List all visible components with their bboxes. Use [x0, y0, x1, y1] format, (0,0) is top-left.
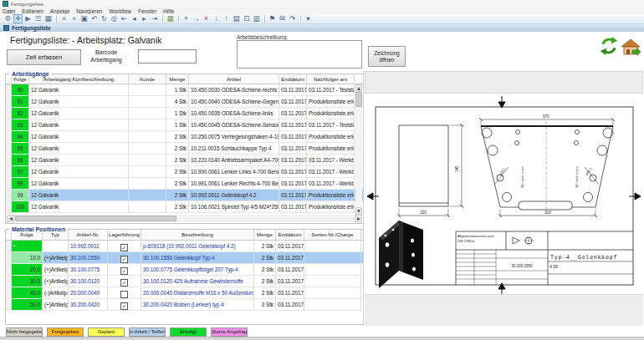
table-row[interactable]: 9112 Galvanik4 Stk10.450.0040 ODESA-Schi… — [6, 96, 363, 108]
first-record-icon[interactable]: « — [59, 14, 69, 23]
table-row[interactable]: 9812 Galvanik2 Stk10.991.0061 Lenker Rec… — [6, 178, 363, 190]
table-row[interactable]: ▪10.992.0011✓p-609118 (10.992.0011 Gelen… — [6, 241, 363, 252]
legend-status-3[interactable]: Geplant — [88, 327, 125, 337]
lagerfuehrung-checkbox[interactable]: ✓ — [120, 267, 128, 275]
last-record-icon[interactable]: » — [69, 14, 79, 23]
column-header[interactable]: Enddatum — [276, 230, 304, 240]
legend-status-5[interactable]: Erledigt — [170, 327, 207, 337]
report-icon[interactable]: ▥ — [252, 14, 261, 23]
menu-item-editieren[interactable]: Editieren — [22, 8, 43, 14]
scroll-right-button[interactable] — [355, 215, 362, 222]
legend-status-2[interactable]: Freigegeben — [47, 327, 84, 337]
column-header[interactable]: Kunde — [129, 74, 166, 84]
lager-cell[interactable]: ✓ — [108, 252, 141, 263]
lagerfuehrung-checkbox[interactable]: ✓ — [120, 244, 128, 251]
lagerfuehrung-checkbox[interactable]: ✓ — [120, 279, 128, 287]
column-header[interactable]: Beschreibung — [141, 230, 254, 240]
delete-icon[interactable]: × — [202, 14, 211, 23]
scroll-down-button[interactable] — [355, 207, 362, 215]
table-row[interactable]: 9912 Galvanik2 Stk10.992.0011 Gelenkkopf… — [6, 190, 363, 201]
refresh-drawing-icon[interactable] — [599, 36, 619, 56]
arbeitsbeschreibung-box[interactable] — [237, 40, 362, 69]
list-view-icon[interactable]: ☰ — [33, 14, 43, 23]
copy-icon[interactable]: ⊡ — [242, 14, 251, 23]
table-row[interactable]: 10.0(+)Artikelp...30.100.1550✓30.100.155… — [6, 252, 363, 264]
lager-cell[interactable]: ✓ — [108, 264, 141, 275]
edit-mode-icon[interactable]: ✛ — [13, 14, 23, 23]
column-header[interactable]: Menge — [166, 74, 189, 84]
lagerfuehrung-checkbox[interactable] — [120, 291, 128, 298]
image-icon[interactable]: ▦ — [166, 14, 175, 23]
undo-icon[interactable]: ↶ — [89, 14, 99, 23]
move-down-icon[interactable]: ↓ — [212, 14, 221, 23]
column-header[interactable]: Serien-Nr./Charge — [304, 230, 361, 240]
table-row[interactable]: 9212 Galvanik1 Stk10.450.0035 ODESA-Schi… — [6, 108, 363, 119]
tab-fertigungsliste[interactable]: Fertigungsliste — [12, 25, 51, 31]
vertical-scrollbar[interactable] — [355, 84, 362, 215]
table-row[interactable]: 50.0(+)Artikelp...30.200.0420✓30.200.042… — [6, 299, 363, 311]
add-icon[interactable]: + — [181, 14, 191, 23]
open-record-icon[interactable]: → — [192, 14, 201, 23]
toolbar-options-icon[interactable]: ▾ — [304, 14, 313, 23]
table-row[interactable]: 9012 Galvanik1 Stk10.450.0030 ODESA-Schi… — [6, 84, 363, 96]
nav-last-icon[interactable]: ⇥ — [150, 14, 159, 23]
table-row[interactable]: 9612 Galvanik2 Stk10.220.0140 Antriebsar… — [6, 155, 363, 166]
menu-item-anzeige[interactable]: Anzeige — [50, 8, 70, 14]
grid-view-icon[interactable]: ▦ — [43, 14, 53, 23]
mail-icon[interactable]: ✉ — [278, 14, 287, 23]
menu-item-workflow[interactable]: Workflow — [109, 8, 131, 14]
lager-cell[interactable]: ✓ — [108, 241, 141, 251]
column-header[interactable]: Nachfolger am — [307, 74, 355, 84]
table-row[interactable]: 10012 Galvanik2 Stk10.106.0021 Spindel T… — [6, 201, 363, 213]
pointer-icon[interactable]: ▶ — [23, 14, 33, 23]
lagerfuehrung-checkbox[interactable]: ✓ — [120, 256, 128, 263]
redo-icon[interactable]: ↷ — [288, 14, 297, 23]
lager-cell[interactable]: ✓ — [108, 276, 141, 287]
column-header[interactable]: Artikel — [189, 74, 279, 84]
settings-icon[interactable]: ⚙ — [3, 14, 13, 23]
table-row[interactable]: 30.0(+)Artikelp...30.100.0120✓30.100.012… — [6, 276, 363, 287]
lagerfuehrung-checkbox[interactable]: ✓ — [120, 302, 128, 310]
flag-icon[interactable]: ⚑ — [268, 14, 277, 23]
scroll-up-button[interactable] — [355, 84, 362, 92]
zeit-erfassen-button[interactable]: Zeit erfassen — [7, 49, 81, 65]
legend-status-4[interactable]: in Arbeit / Teilfertig — [129, 327, 166, 337]
horizontal-scrollbar[interactable] — [7, 215, 362, 222]
lager-cell[interactable] — [108, 287, 141, 298]
column-header[interactable]: Artikel-Nr. — [69, 230, 108, 240]
table-row[interactable]: 9312 Galvanik1 Stk10.450.0045 ODESA-Schi… — [6, 119, 363, 131]
column-header[interactable]: Enddatum — [279, 74, 307, 84]
menu-item-fenster[interactable]: Fenster — [138, 8, 156, 14]
table-row[interactable]: 9512 Galvanik2 Stk10.211.0015 Schlauchka… — [6, 143, 363, 155]
legend-status-1[interactable]: Nicht freigegeben — [6, 327, 43, 337]
menu-item-datei[interactable]: Datei — [3, 8, 15, 14]
table-row[interactable]: 9712 Galvanik2 Stk10.990.0061 Lenker Lin… — [6, 166, 363, 178]
column-header[interactable]: Menge — [254, 230, 276, 240]
part-number: 30.100.1550 — [511, 264, 533, 268]
barcode-input[interactable] — [138, 49, 197, 63]
table-row[interactable]: 9412 Galvanik2 Stk10.250.0075 Verriegelu… — [6, 131, 363, 143]
form-icon[interactable]: ▤ — [232, 14, 241, 23]
table-row[interactable]: 40.0(-)Artikelp...20.000.004020.000.0040… — [6, 287, 363, 299]
search-icon[interactable]: ◎ — [110, 14, 119, 23]
legend-status-6[interactable]: Storno Angefragt — [211, 327, 248, 337]
refresh-icon[interactable]: ↻ — [100, 14, 109, 23]
scroll-left-button[interactable] — [7, 215, 14, 222]
move-up-icon[interactable]: ↑ — [222, 14, 231, 23]
nav-prev-icon[interactable]: ◂ — [130, 14, 139, 23]
table-row[interactable]: 20.0(+)Artikelp...30.100.0775✓30.100.077… — [6, 264, 363, 276]
tolerance-note-line2: DIN 2768-m — [457, 240, 474, 243]
scrollbar-thumb[interactable] — [355, 92, 362, 107]
column-header[interactable]: Lagerführung — [108, 230, 141, 240]
menu-item-navigieren[interactable]: Navigieren — [76, 8, 102, 14]
titlebar: Fertigungsliste — [0, 0, 644, 8]
drawing-sheet[interactable]: 570 345 220 210 ø35.1 ø35.1 90° nach unt… — [365, 94, 643, 294]
zeichnung-oeffnen-button[interactable]: Zeichnung öffnen — [368, 46, 406, 67]
scrollbar-thumb[interactable] — [15, 216, 176, 221]
menu-item-hilfe[interactable]: Hilfe — [163, 8, 174, 14]
nav-next-icon[interactable]: ▸ — [140, 14, 149, 23]
save-icon[interactable]: ▣ — [79, 14, 89, 23]
nav-first-icon[interactable]: ⇤ — [120, 14, 129, 23]
home-icon[interactable] — [621, 38, 641, 56]
lager-cell[interactable]: ✓ — [108, 299, 141, 310]
